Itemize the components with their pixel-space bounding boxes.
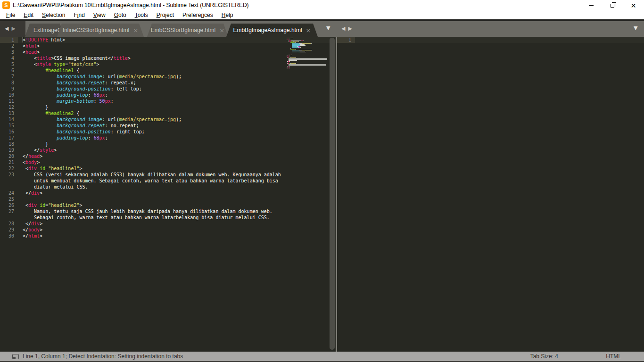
code-line[interactable]: 1<!DOCTYPE html>: [0, 37, 336, 43]
line-number: 29: [0, 227, 18, 233]
code-line[interactable]: 9 background-position: left top;: [0, 86, 336, 92]
code-line[interactable]: 27 Namun, tentu saja CSS jauh lebih bany…: [0, 208, 336, 214]
line-number: 28: [0, 221, 18, 227]
menu-file[interactable]: File: [2, 12, 19, 18]
code-line[interactable]: 13 #headline2 {: [0, 110, 336, 116]
minimap-line: [300, 53, 300, 53]
minimap[interactable]: [287, 38, 329, 104]
menu-selection[interactable]: Selection: [38, 12, 69, 18]
tab-list-dropdown-icon[interactable]: ▼: [326, 25, 330, 31]
status-bar: Line 1, Column 1; Detect Indentation: Se…: [0, 352, 644, 361]
code-line[interactable]: 1: [337, 37, 644, 43]
minimap-line: [311, 50, 312, 50]
code-line[interactable]: 17 padding-top: 68px;: [0, 135, 336, 141]
line-number: 3: [0, 49, 18, 55]
code-line[interactable]: 26 <div id="headline2">: [0, 202, 336, 208]
code-text: untuk membuat dokumen. Sebagai contoh, w…: [23, 178, 278, 184]
code-line[interactable]: 20</head>: [0, 153, 336, 159]
line-number: 1: [0, 37, 18, 43]
code-line[interactable]: 4 <title>CSS image placement</title>: [0, 55, 336, 61]
tab-close-icon[interactable]: ×: [133, 27, 138, 33]
code-text: #headline1 {: [23, 67, 79, 74]
tab-label: EmbCSSforBgImage.html: [151, 27, 215, 33]
code-text: </style>: [23, 147, 57, 153]
code-line[interactable]: 5 <style type="text/css">: [0, 61, 336, 67]
menu-preferences[interactable]: Preferences: [178, 12, 217, 18]
code-line[interactable]: 2<html>: [0, 43, 336, 49]
menu-goto[interactable]: Goto: [110, 12, 131, 18]
minimize-button[interactable]: [580, 0, 602, 11]
tab-close-icon[interactable]: ×: [219, 27, 224, 33]
restore-button[interactable]: [602, 0, 623, 11]
code-rows-right: 1: [337, 37, 644, 43]
code-line[interactable]: 21<body>: [0, 159, 336, 165]
right-pane-tab-nav: ◀ ▶: [341, 25, 352, 32]
panel-toggle-icon[interactable]: [12, 354, 19, 359]
editor-area: 1<!DOCTYPE html>2<html>3<head>4 <title>C…: [0, 37, 644, 352]
left-pane-scrollbar[interactable]: [330, 38, 335, 350]
code-line[interactable]: 6 #headline1 {: [0, 67, 336, 74]
line-number: 1: [337, 37, 355, 43]
line-number: 4: [0, 55, 18, 61]
code-line[interactable]: 11 margin-bottom: 50px;: [0, 98, 336, 104]
code-line[interactable]: 30</html>: [0, 233, 336, 239]
minimap-line: [311, 43, 312, 44]
tab-back-icon[interactable]: ◀: [341, 25, 345, 32]
code-text: <html>: [23, 43, 40, 49]
minimap-line: [291, 38, 294, 38]
code-line[interactable]: 8 background-repeat: repeat-x;: [0, 80, 336, 86]
code-text: diatur melalui CSS.: [23, 184, 88, 190]
code-line[interactable]: diatur melalui CSS.: [0, 184, 336, 190]
tab-forward-icon[interactable]: ▶: [348, 25, 352, 32]
code-line[interactable]: 15 background-repeat: no-repeat;: [0, 123, 336, 129]
code-line[interactable]: untuk membuat dokumen. Sebagai contoh, w…: [0, 178, 336, 184]
right-editor-pane[interactable]: 1: [337, 37, 644, 352]
menu-view[interactable]: View: [89, 12, 110, 18]
menu-help[interactable]: Help: [217, 12, 238, 18]
syntax-indicator[interactable]: HTML: [606, 353, 621, 360]
menu-find[interactable]: Find: [69, 12, 89, 18]
code-text: Namun, tentu saja CSS jauh lebih banyak …: [23, 208, 272, 214]
code-line[interactable]: 28 </div>: [0, 221, 336, 227]
line-number: 7: [0, 74, 18, 80]
code-line[interactable]: 12 }: [0, 104, 336, 110]
left-editor-pane[interactable]: 1<!DOCTYPE html>2<html>3<head>4 <title>C…: [0, 37, 336, 352]
tab-label: InlineCSSforBgImage.html: [63, 27, 129, 33]
menu-tools[interactable]: Tools: [131, 12, 152, 18]
tab-container: ExtImageCSInlineCSSforBgImage.html×EmbCS…: [0, 21, 336, 37]
code-line[interactable]: 25: [0, 196, 336, 202]
close-button[interactable]: ✕: [623, 0, 644, 11]
code-text: <div id="headline1">: [23, 165, 82, 172]
code-line[interactable]: 23 CSS (versi sekarang adalah CSS3) bany…: [0, 172, 336, 178]
tab-label: EmbBgImageAsImage.html: [233, 27, 302, 33]
code-line[interactable]: 7 background-image: url(media/spectarmac…: [0, 74, 336, 80]
minimap-line: [289, 68, 290, 68]
window-controls: ✕: [580, 0, 644, 11]
code-line[interactable]: 16 background-position: right top;: [0, 129, 336, 135]
code-line[interactable]: 18 }: [0, 141, 336, 147]
tab-size-indicator[interactable]: Tab Size: 4: [530, 353, 558, 360]
line-number: 19: [0, 147, 18, 153]
code-line[interactable]: 14 background-image: url(media/spectarma…: [0, 116, 336, 123]
tab-embcssforbgimage-html[interactable]: EmbCSSforBgImage.html×: [147, 24, 228, 37]
tab-list-dropdown-icon[interactable]: ▼: [634, 25, 637, 31]
code-text: }: [23, 104, 48, 110]
code-line[interactable]: 19 </style>: [0, 147, 336, 153]
code-line[interactable]: 3<head>: [0, 49, 336, 55]
tab-inlinecssforbgimage-html[interactable]: InlineCSSforBgImage.html×: [57, 24, 144, 37]
code-text: }: [23, 141, 48, 147]
line-number: 14: [0, 116, 18, 123]
tab-embbgimageasimage-html[interactable]: EmbBgImageAsImage.html×: [226, 24, 318, 37]
title-bar: S E:\Gawean\PWPB\Pratikum 10\EmbBgImageA…: [0, 0, 644, 11]
menu-edit[interactable]: Edit: [19, 12, 38, 18]
tab-close-icon[interactable]: ×: [306, 27, 311, 33]
code-line[interactable]: 24 </div>: [0, 190, 336, 196]
line-number: 13: [0, 110, 18, 116]
code-line[interactable]: 10 padding-top: 68px;: [0, 92, 336, 98]
menu-project[interactable]: Project: [152, 12, 178, 18]
code-line[interactable]: 29</body>: [0, 227, 336, 233]
line-number: 27: [0, 208, 18, 214]
code-line[interactable]: Sebagai contoh, warna text atau bahkan w…: [0, 214, 336, 221]
code-line[interactable]: 22 <div id="headline1">: [0, 165, 336, 172]
code-rows-left: 1<!DOCTYPE html>2<html>3<head>4 <title>C…: [0, 37, 336, 239]
